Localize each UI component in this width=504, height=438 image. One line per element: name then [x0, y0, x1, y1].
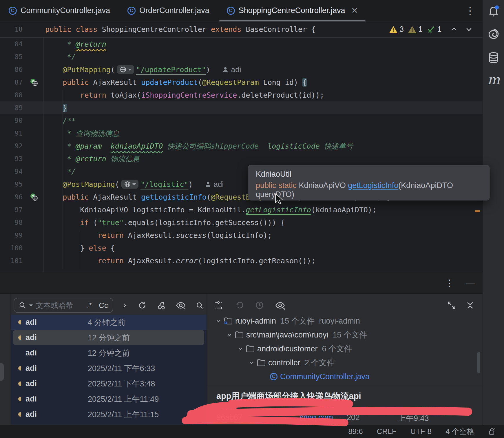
- error-stripe-mark[interactable]: [475, 210, 480, 212]
- next-issue-chevron-icon[interactable]: [465, 25, 473, 33]
- readonly-lock-icon[interactable]: [488, 428, 496, 436]
- commit-time: 上午9:43: [398, 413, 429, 424]
- commit-row[interactable]: adi2025/2/11 上午11:15: [11, 407, 207, 422]
- tab-shoppingcentrecontroller-java[interactable]: CShoppingCentreController.java✕: [218, 0, 367, 21]
- line-number[interactable]: 87: [0, 79, 23, 86]
- line-number[interactable]: 92: [0, 142, 23, 150]
- code-token: public: [63, 193, 89, 201]
- line-number[interactable]: 89: [0, 104, 23, 112]
- prev-issue-chevron-icon[interactable]: [450, 25, 458, 33]
- tab-close-icon[interactable]: ✕: [351, 6, 358, 15]
- tab-ordercontroller-java[interactable]: COrderController.java: [119, 0, 218, 21]
- line-number[interactable]: 85: [0, 53, 23, 61]
- chevron-down-icon[interactable]: [216, 318, 221, 324]
- commit-author-email[interactable]: @qq.com: [300, 413, 333, 422]
- inspection-widget[interactable]: 3 1 1: [389, 25, 473, 34]
- line-number[interactable]: 95: [0, 180, 23, 188]
- commit-row[interactable]: adi12 分钟之前: [11, 345, 207, 361]
- tree-row-folder[interactable]: src\main\java\com\ruoyi15 个文件: [207, 328, 483, 342]
- commit-author: adi: [25, 348, 88, 357]
- undo-icon[interactable]: [235, 301, 244, 310]
- commit-row[interactable]: adi12 分钟之前: [13, 330, 204, 345]
- line-separator-widget[interactable]: CRLF: [377, 427, 397, 436]
- code-token: .equals(logisticInfo.getSuccess())) {: [124, 218, 285, 227]
- code-line: 101 return AjaxResult.error(logisticInfo…: [0, 254, 483, 267]
- line-number[interactable]: 84: [0, 40, 23, 48]
- line-number[interactable]: 100: [0, 244, 23, 252]
- changed-file-link[interactable]: CommunityController.java: [280, 372, 370, 381]
- panel-options-kebab-icon[interactable]: ⋮: [445, 278, 454, 289]
- refresh-icon[interactable]: [138, 301, 147, 310]
- regex-toggle[interactable]: .*: [87, 301, 92, 310]
- tab-options-kebab-icon[interactable]: ⋮: [465, 6, 475, 16]
- git-search-field[interactable]: 文本或哈希 .* Cc: [14, 298, 113, 313]
- tree-row-folder[interactable]: controller2 个文件: [207, 356, 483, 370]
- expand-details-icon[interactable]: [447, 301, 456, 310]
- compare-branches-icon[interactable]: [214, 301, 224, 310]
- author-name: adi: [231, 65, 241, 74]
- line-number[interactable]: 96: [0, 193, 23, 201]
- tree-node-name: controller: [268, 358, 300, 367]
- code-text: */: [45, 53, 76, 61]
- ai-assistant-swirl-icon[interactable]: [483, 28, 504, 40]
- commit-hash[interactable]: 96ab67: [216, 413, 242, 422]
- line-number[interactable]: 97: [0, 206, 23, 213]
- tree-row-module[interactable]: ruoyi-admin15 个文件ruoyi-admin: [207, 314, 483, 328]
- code-token: Long id): [259, 78, 303, 87]
- commit-row[interactable]: adi2025/2/11 下午6:33: [11, 361, 207, 376]
- indent-widget[interactable]: 4 个空格: [445, 426, 474, 437]
- encoding-widget[interactable]: UTF-8: [410, 427, 432, 436]
- tree-row-class[interactable]: CCommunityController.java: [207, 370, 483, 384]
- line-number[interactable]: 91: [0, 129, 23, 137]
- http-method-icon[interactable]: [121, 180, 138, 189]
- chevron-down-icon[interactable]: [227, 332, 232, 338]
- code-token: [71, 25, 76, 34]
- notifications-bell-icon[interactable]: [483, 5, 504, 17]
- details-scrollbar[interactable]: [477, 352, 480, 373]
- database-icon[interactable]: [483, 52, 504, 64]
- code-token: else: [89, 244, 106, 252]
- code-token: iShoppingCentreService: [141, 91, 237, 99]
- line-number[interactable]: 98: [0, 219, 23, 226]
- line-number[interactable]: 90: [0, 117, 23, 124]
- caret-position-widget[interactable]: 89:6: [348, 427, 363, 436]
- line-number[interactable]: 88: [0, 91, 23, 99]
- chevron-down-icon[interactable]: [238, 346, 243, 352]
- match-case-toggle[interactable]: Cc: [99, 301, 108, 310]
- request-mapping-gutter-icon[interactable]: [30, 193, 38, 201]
- weak-warning-badge[interactable]: 1: [408, 25, 423, 34]
- code-token: {: [302, 78, 307, 87]
- code-editor[interactable]: 84 * @return85 */86 @PutMapping("/update…: [0, 38, 483, 272]
- expand-chevron-icon[interactable]: [121, 302, 128, 309]
- ok-badge[interactable]: 1: [427, 25, 441, 34]
- commit-row[interactable]: adi2025/2/11 上午11:49: [11, 391, 207, 407]
- code-token: class: [76, 25, 97, 34]
- line-number[interactable]: 99: [0, 231, 23, 239]
- commit-row[interactable]: adi4 分钟之前: [11, 315, 207, 330]
- line-number[interactable]: 101: [0, 257, 23, 264]
- maven-icon[interactable]: m: [483, 73, 504, 86]
- code-text: return toAjax(iShoppingCentreService.del…: [45, 91, 324, 99]
- http-method-icon[interactable]: [117, 65, 134, 74]
- tab-communitycontroller-java[interactable]: CCommunityController.java: [0, 0, 119, 21]
- chevron-down-icon[interactable]: [249, 360, 254, 366]
- code-token: [45, 65, 63, 74]
- warning-badge[interactable]: 3: [389, 25, 404, 34]
- code-token: }: [63, 104, 67, 112]
- line-number[interactable]: 93: [0, 155, 23, 163]
- request-mapping-gutter-icon[interactable]: [30, 78, 38, 86]
- tree-row-folder[interactable]: android\customer6 个文件: [207, 342, 483, 356]
- signature-token[interactable]: getLogisticInfo: [348, 181, 398, 190]
- line-number[interactable]: 86: [0, 66, 23, 73]
- search-options-caret-icon[interactable]: [29, 304, 33, 306]
- commit-row[interactable]: adi2025/2/11 下午3:48: [11, 376, 207, 391]
- history-clock-icon[interactable]: [255, 301, 264, 310]
- collapse-details-icon[interactable]: [466, 301, 474, 310]
- search-history-icon[interactable]: [196, 301, 204, 309]
- preview-eye-icon[interactable]: [275, 301, 285, 310]
- line-number[interactable]: 94: [0, 168, 23, 175]
- tool-window-drag-handle[interactable]: [0, 363, 4, 381]
- panel-minimize-icon[interactable]: —: [466, 278, 475, 289]
- cherry-pick-icon[interactable]: [157, 301, 166, 310]
- eye-filter-icon[interactable]: [176, 301, 186, 310]
